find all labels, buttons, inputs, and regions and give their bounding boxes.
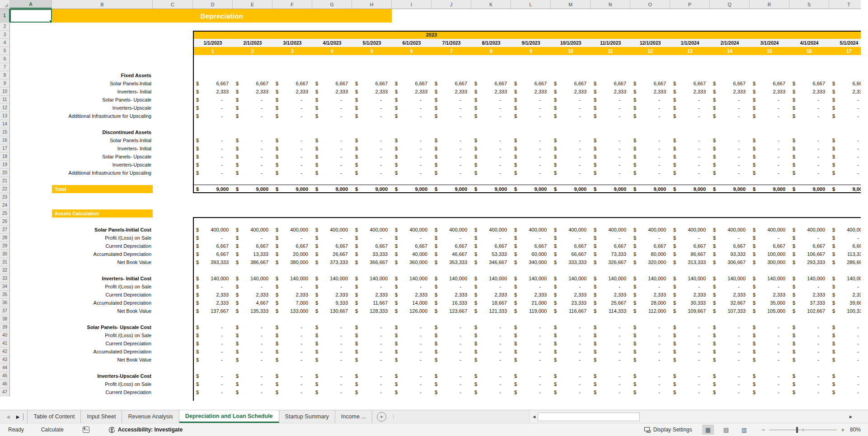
cell[interactable]: $140,000: [471, 274, 511, 283]
cell[interactable]: $-: [591, 339, 630, 348]
cell[interactable]: $326,667: [591, 258, 630, 266]
row-header-41[interactable]: 41: [0, 339, 10, 348]
cell[interactable]: $109,667: [670, 307, 710, 315]
cell[interactable]: $-: [829, 356, 861, 364]
cell[interactable]: $-: [312, 112, 352, 120]
cell[interactable]: $-: [352, 104, 392, 112]
empty-cells[interactable]: [153, 242, 193, 250]
cell[interactable]: $-: [432, 136, 471, 144]
cell[interactable]: $-: [670, 234, 710, 242]
cell[interactable]: $-: [233, 323, 272, 331]
cell[interactable]: $-: [551, 356, 591, 364]
empty-cells[interactable]: [10, 55, 52, 63]
cell[interactable]: $25,667: [591, 299, 630, 307]
cell[interactable]: $126,000: [392, 307, 432, 315]
cell[interactable]: $-: [432, 153, 471, 161]
cell[interactable]: $-: [750, 112, 789, 120]
new-sheet-button[interactable]: +: [377, 412, 386, 422]
cell[interactable]: $-: [789, 153, 829, 161]
empty-cells[interactable]: [153, 79, 193, 88]
date-header-cell[interactable]: 7/1/2023: [432, 39, 471, 47]
cell[interactable]: $-: [630, 283, 670, 291]
column-header-A[interactable]: A: [10, 0, 52, 9]
cell[interactable]: $-: [392, 348, 432, 356]
cell[interactable]: $-: [432, 331, 471, 339]
cell[interactable]: $-: [591, 388, 630, 396]
cell[interactable]: $2,333: [829, 291, 861, 299]
cell[interactable]: $-: [233, 136, 272, 144]
cell[interactable]: $-: [233, 96, 272, 104]
cell[interactable]: $-: [710, 380, 750, 388]
cell[interactable]: $-: [829, 372, 861, 380]
cell[interactable]: $6,667: [511, 242, 551, 250]
period-number-cell[interactable]: 16: [789, 47, 829, 55]
cell[interactable]: $9,000: [471, 185, 511, 193]
row-label[interactable]: Inverters-Upscale Cost: [52, 372, 153, 380]
cell[interactable]: $320,000: [630, 258, 670, 266]
cell[interactable]: $-: [630, 144, 670, 153]
cell[interactable]: $6,667: [193, 250, 233, 258]
cell[interactable]: $-: [789, 348, 829, 356]
cell[interactable]: $-: [591, 348, 630, 356]
cell[interactable]: $2,333: [591, 88, 630, 96]
cell[interactable]: $400,000: [630, 226, 670, 234]
empty-cells[interactable]: [10, 23, 52, 31]
cell[interactable]: $-: [551, 380, 591, 388]
cell[interactable]: $-: [193, 339, 233, 348]
cell[interactable]: $107,333: [710, 307, 750, 315]
empty-cells[interactable]: [10, 209, 52, 218]
cell[interactable]: $380,000: [272, 258, 312, 266]
cell[interactable]: $6,667: [352, 79, 392, 88]
column-header-M[interactable]: M: [551, 0, 591, 9]
cell[interactable]: $-: [352, 348, 392, 356]
row-header-36[interactable]: 36: [0, 299, 10, 307]
cell[interactable]: $-: [710, 104, 750, 112]
row-label[interactable]: Profit /(Loss) on Sale: [52, 331, 153, 339]
tab-overflow-dots-icon[interactable]: ⋮: [391, 413, 396, 420]
cell[interactable]: $-: [312, 153, 352, 161]
cell[interactable]: $-: [750, 234, 789, 242]
cell[interactable]: $2,333: [789, 88, 829, 96]
cell[interactable]: $-: [710, 283, 750, 291]
cell[interactable]: $-: [312, 339, 352, 348]
period-number-cell[interactable]: 10: [551, 47, 591, 55]
row-header-8[interactable]: 8: [0, 71, 10, 79]
cell[interactable]: $-: [272, 339, 312, 348]
cell[interactable]: $-: [710, 96, 750, 104]
cell[interactable]: $-: [312, 372, 352, 380]
date-header-cell[interactable]: 10/1/2023: [551, 39, 591, 47]
cell[interactable]: $-: [272, 112, 312, 120]
calculate-status[interactable]: Calculate: [41, 427, 64, 433]
row-header-40[interactable]: 40: [0, 331, 10, 339]
cell[interactable]: $-: [352, 153, 392, 161]
cell[interactable]: $-: [511, 96, 551, 104]
cell[interactable]: $-: [710, 136, 750, 144]
row-label[interactable]: Current Depreciation: [52, 242, 153, 250]
cell[interactable]: $-: [551, 112, 591, 120]
cell[interactable]: $-: [630, 323, 670, 331]
period-number-cell[interactable]: 1: [193, 47, 233, 55]
cell[interactable]: $-: [272, 136, 312, 144]
cell[interactable]: $-: [312, 388, 352, 396]
row-label[interactable]: Additional Infrastructure for Upscaling: [52, 112, 153, 120]
row-header-38[interactable]: 38: [0, 315, 10, 323]
cell[interactable]: $400,000: [471, 226, 511, 234]
row-header-29[interactable]: 29: [0, 242, 10, 250]
cell[interactable]: $2,333: [789, 291, 829, 299]
empty-cells[interactable]: [10, 348, 52, 356]
empty-cells[interactable]: [153, 291, 193, 299]
cell[interactable]: $6,667: [471, 79, 511, 88]
empty-cells[interactable]: [10, 356, 52, 364]
cell[interactable]: $-: [789, 331, 829, 339]
cell[interactable]: $-: [432, 96, 471, 104]
cell[interactable]: $6,667: [312, 79, 352, 88]
row-label[interactable]: Accumulated Depreciation: [52, 348, 153, 356]
cell[interactable]: $-: [471, 283, 511, 291]
cell[interactable]: $-: [312, 144, 352, 153]
period-number-cell[interactable]: 17: [829, 47, 861, 55]
empty-cells[interactable]: [10, 339, 52, 348]
cell[interactable]: $-: [630, 161, 670, 169]
cell[interactable]: $-: [272, 348, 312, 356]
cell[interactable]: $6,667: [591, 79, 630, 88]
cell[interactable]: $393,333: [193, 258, 233, 266]
